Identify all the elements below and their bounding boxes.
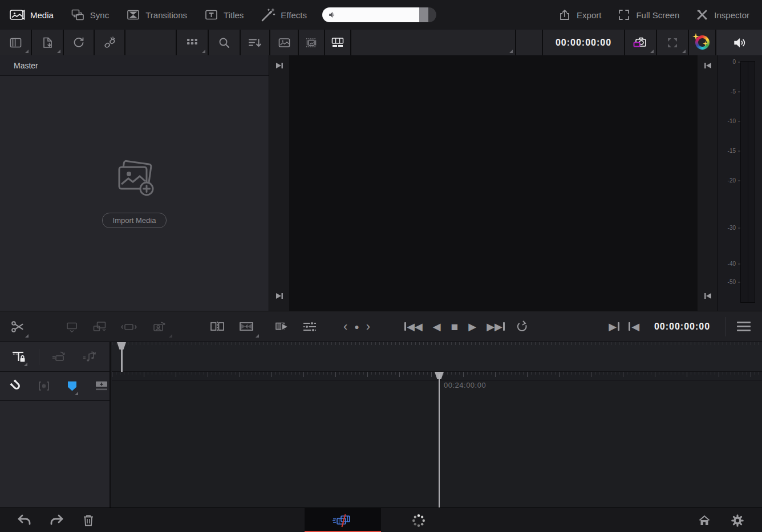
replace-clip-button[interactable] xyxy=(114,314,144,340)
play-reverse-button[interactable]: ◀ xyxy=(433,322,441,332)
timeline-tracks-region: 00:24:00:00 xyxy=(112,342,762,507)
add-track-button[interactable] xyxy=(93,375,110,397)
jump-to-prev-icon[interactable]: ◀ xyxy=(629,322,639,332)
snapping-magnet-button[interactable] xyxy=(9,375,24,397)
toolbar-filler xyxy=(516,30,542,55)
strip-view-button[interactable] xyxy=(325,30,350,55)
audio-monitor-button[interactable] xyxy=(716,30,762,55)
tab-media[interactable]: Media xyxy=(9,8,54,22)
audio-meter-panel: 0 -5 -10 -15 -20 -30 -40 -50 xyxy=(718,55,762,311)
jump-to-next-icon[interactable]: ▶ xyxy=(609,322,619,332)
import-media-button-pill[interactable]: Import Media xyxy=(102,213,167,228)
audio-sync-tool-button[interactable] xyxy=(79,346,101,368)
split-scissors-button[interactable] xyxy=(5,314,31,340)
bin-dropdown[interactable] xyxy=(351,30,515,55)
edit-history-controls xyxy=(0,510,98,530)
marker-range-button[interactable] xyxy=(37,375,51,397)
upper-timeline[interactable] xyxy=(112,342,762,372)
sync-icon xyxy=(71,8,85,22)
viewer-left-gutter xyxy=(269,55,289,311)
delete-trash-button[interactable] xyxy=(79,510,98,530)
blue-marker-flag-icon xyxy=(68,381,76,391)
bin-list-view-button[interactable] xyxy=(0,30,31,55)
timeline-options-button[interactable] xyxy=(725,314,762,340)
full-screen-button[interactable]: Full Screen xyxy=(617,8,679,22)
home-button[interactable] xyxy=(695,511,714,530)
import-media-button[interactable] xyxy=(32,30,63,55)
overwrite-clip-button[interactable] xyxy=(86,314,114,340)
cut-page-window: Media Sync Transitions Titles Effects xyxy=(0,0,762,532)
inspector-tools-icon xyxy=(695,8,709,22)
thumbnail-size-button[interactable] xyxy=(177,30,208,55)
playhead-timecode-label: 00:24:00:00 xyxy=(444,381,486,389)
sparkle-icon xyxy=(692,33,699,40)
track-lock-tool-button[interactable] xyxy=(8,346,30,368)
loop-button[interactable] xyxy=(515,320,529,334)
marker-flag-button[interactable] xyxy=(64,375,80,397)
razor-split-view-button[interactable] xyxy=(203,314,232,340)
cut-page-button[interactable] xyxy=(305,508,381,532)
tab-titles[interactable]: Titles xyxy=(204,8,244,22)
import-media-illustration-icon xyxy=(111,159,158,200)
color-grade-button[interactable] xyxy=(689,30,715,55)
volume-slider[interactable] xyxy=(322,7,436,22)
source-tape-button[interactable] xyxy=(269,314,297,340)
tab-media-label: Media xyxy=(30,10,54,20)
volume-speaker-icon xyxy=(327,10,337,19)
inspector-label: Inspector xyxy=(714,10,749,20)
clip-view-button[interactable] xyxy=(270,30,298,55)
camera-multicam-button[interactable] xyxy=(625,30,656,55)
play-button[interactable]: ▶ xyxy=(468,322,476,332)
go-to-end-button[interactable]: ▶▶ xyxy=(487,322,505,332)
color-page-button[interactable] xyxy=(381,508,456,532)
transition-view-button[interactable] xyxy=(232,314,261,340)
sort-button[interactable] xyxy=(241,30,269,55)
filmstrip-view-button[interactable] xyxy=(299,30,324,55)
resize-fit-button[interactable] xyxy=(657,30,688,55)
titles-icon xyxy=(204,8,218,22)
volume-slider-track xyxy=(419,7,428,22)
go-to-start-button[interactable]: ◀◀ xyxy=(404,322,423,332)
meter-label-30: -30 xyxy=(728,225,736,231)
insert-clip-button[interactable] xyxy=(58,314,86,340)
tab-effects[interactable]: Effects xyxy=(261,7,307,22)
jump-back-icon-top[interactable] xyxy=(703,61,712,70)
jump-forward-icon-bottom[interactable] xyxy=(275,291,284,300)
bin-name: Master xyxy=(14,61,38,70)
step-forward-icon[interactable]: › xyxy=(366,320,370,333)
tools-sliders-button[interactable] xyxy=(297,314,323,340)
jump-forward-icon-top[interactable] xyxy=(275,61,284,70)
stop-button[interactable]: ■ xyxy=(451,320,459,332)
sync-clip-tool-button[interactable] xyxy=(48,346,70,368)
tab-sync-label: Sync xyxy=(90,10,109,20)
resync-media-button[interactable] xyxy=(64,30,94,55)
undo-button[interactable] xyxy=(15,510,34,530)
jog-controls: ‹ ● › xyxy=(343,314,370,340)
smart-insert-button[interactable] xyxy=(144,314,175,340)
unlink-clips-button[interactable] xyxy=(95,30,124,55)
timeline-tracks[interactable] xyxy=(112,381,762,507)
jog-dot-icon[interactable]: ● xyxy=(354,323,359,331)
import-drop-zone[interactable]: Import Media xyxy=(0,76,269,311)
viewer xyxy=(269,55,718,311)
match-frame-controls: ▶ ◀ xyxy=(609,314,639,340)
export-button[interactable]: Export xyxy=(558,8,601,22)
inspector-button[interactable]: Inspector xyxy=(695,8,749,22)
top-bar: Media Sync Transitions Titles Effects xyxy=(0,0,762,30)
settings-gear-button[interactable] xyxy=(728,511,747,530)
jump-back-icon-bottom[interactable] xyxy=(703,291,712,300)
tab-sync[interactable]: Sync xyxy=(71,8,109,22)
search-button[interactable] xyxy=(209,30,240,55)
tab-transitions-label: Transitions xyxy=(145,10,187,20)
step-back-icon[interactable]: ‹ xyxy=(343,320,347,333)
tab-transitions[interactable]: Transitions xyxy=(126,8,187,22)
media-icon xyxy=(9,8,25,22)
viewer-right-gutter xyxy=(698,55,718,311)
effects-wand-icon xyxy=(261,7,275,22)
hamburger-icon xyxy=(737,322,751,331)
main-playhead-stem xyxy=(439,374,440,507)
bin-header[interactable]: Master xyxy=(0,55,269,76)
bottom-bar xyxy=(0,507,762,532)
redo-button[interactable] xyxy=(47,510,66,530)
transitions-icon xyxy=(126,8,140,22)
